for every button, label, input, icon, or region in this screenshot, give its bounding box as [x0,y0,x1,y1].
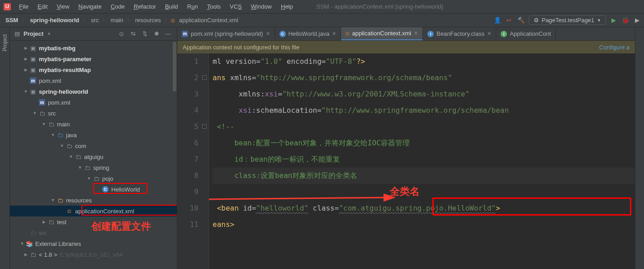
module-folder-icon: ▣ [29,88,37,95]
navigation-toolbar: SSM〉 spring-helloworld〉 src〉 main〉 resou… [0,14,644,27]
folder-icon: 🗀 [47,219,55,226]
editor-tab[interactable]: IBeanFactory.class✕ [423,27,496,40]
chevron-right-icon: 〉 [127,17,132,24]
run-config-label: PageTest.testPage1 [542,17,594,24]
gear-icon: ⚙ [534,17,539,24]
hide-icon[interactable]: — [164,30,172,38]
folder-icon: 🗀 [47,121,55,128]
right-tool-stripe [635,27,644,269]
tree-item-package[interactable]: ▼🗀atguigu [10,151,177,162]
line-number: 1 [177,53,208,70]
editor-tab[interactable]: CHelloWorld.java✕ [275,27,341,40]
close-icon[interactable]: ✕ [414,30,418,36]
project-tool-button[interactable]: Project [1,32,9,54]
tree-item-folder[interactable]: ▶🗀test [10,216,177,227]
line-number: 5− [177,119,208,135]
menu-help[interactable]: Help [277,1,297,12]
tree-item-module[interactable]: ▼▣spring-helloworld [10,86,177,97]
user-icon[interactable]: 👤 [493,16,502,24]
menu-vcs[interactable]: VCS [226,1,246,12]
close-icon[interactable]: ✕ [332,31,336,37]
collapse-all-icon[interactable]: ⇅ [141,30,149,38]
chevron-down-icon[interactable]: ▼ [47,32,51,36]
editor-tab[interactable]: mpom.xml (spring-helloworld)✕ [177,27,275,40]
menu-code[interactable]: Code [107,1,128,12]
maven-file-icon: m [182,31,188,37]
breadcrumb-item[interactable]: applicationContext.xml [176,16,241,24]
tree-item-file[interactable]: mpom.xml [10,97,177,108]
tree-item-folder[interactable]: ▼🗀src [10,108,177,119]
tree-item-module[interactable]: ▶▣mybatis-parameter [10,53,177,64]
expand-all-icon[interactable]: ⇆ [129,30,137,38]
chevron-right-icon: 〉 [83,17,87,24]
menu-run[interactable]: Run [184,1,202,12]
tree-item-jdk[interactable]: ▶🗀< 1.8 >E:\jdk\jdk1.8.0_161_x64 [10,249,177,260]
chevron-down-icon: ▼ [597,18,601,23]
tree-item-module[interactable]: ▶▣mybatis-mbg [10,43,177,53]
project-tree[interactable]: ▶▣mybatis-mbg ▶▣mybatis-parameter ▶▣myba… [10,41,177,269]
breadcrumb-item[interactable]: spring-helloworld [27,16,82,24]
configure-link[interactable]: Configure a [599,44,630,51]
menu-window[interactable]: Window [247,1,275,12]
line-number: 8 [177,168,208,184]
settings-gear-icon[interactable]: ✱ [152,30,161,38]
tree-item-module[interactable]: ▶▣mybatis-resultMap [10,64,177,75]
tree-item-file[interactable]: mpom.xml [10,75,177,86]
menu-navigate[interactable]: Navigate [75,1,105,12]
close-icon[interactable]: ✕ [487,31,491,37]
tree-item-folder[interactable]: ▼🗀main [10,119,177,130]
code-body[interactable]: ml version="1.0" encoding="UTF-8"?> ans … [209,53,635,269]
menu-build[interactable]: Build [161,1,182,12]
run-icon[interactable]: ▶ [610,16,618,24]
tree-item-package[interactable]: ▼🗀com [10,140,177,151]
tree-item-file[interactable]: ⧈applicationContext.xml [10,206,177,216]
package-icon: 🗀 [92,175,100,182]
coverage-icon[interactable]: ▶ [633,16,641,24]
select-opened-file-icon[interactable]: ⊙ [117,30,125,38]
breadcrumb-item[interactable]: main [108,16,126,24]
tree-item-source-folder[interactable]: ▼🗀java [10,130,177,140]
editor-tab[interactable]: ⧈applicationContext.xml✕ [341,27,423,40]
fold-icon[interactable]: − [202,75,207,80]
main-menu-bar: IJ File Edit View Navigate Code Refactor… [0,0,644,14]
line-number: 7 [177,151,208,168]
module-folder-icon: ▣ [29,67,37,73]
editor-area: mpom.xml (spring-helloworld)✕ CHelloWorl… [177,27,635,269]
tree-item-external-libraries[interactable]: ▼📚External Libraries [10,238,177,249]
chevron-right-icon: 〉 [165,17,169,24]
chevron-right-icon: 〉 [22,17,26,24]
close-icon[interactable]: ✕ [266,31,270,37]
maven-file-icon: m [29,77,37,84]
debug-icon[interactable]: 🐞 [621,16,630,24]
tree-item-folder[interactable]: 🗀src [10,227,177,238]
breadcrumb-item[interactable]: resources [133,16,164,24]
breadcrumb-item[interactable]: src [88,16,101,24]
tree-item-package[interactable]: ▼🗀pojo [10,173,177,184]
menu-refactor[interactable]: Refactor [130,1,160,12]
tree-item-package[interactable]: ▼🗀spring [10,162,177,173]
tree-item-resources-folder[interactable]: ▼🗀resources [10,195,177,206]
breadcrumb-item[interactable]: SSM [3,16,21,24]
notification-banner: Application context not configured for t… [177,41,635,53]
window-title: SSM - applicationContext.xml [spring-hel… [317,3,443,10]
line-number: 10 [177,200,208,216]
maven-file-icon: m [38,99,46,106]
editor-tab[interactable]: IApplicationCont [496,27,556,40]
fold-icon[interactable]: − [202,124,207,129]
menu-file[interactable]: File [15,1,32,12]
menu-edit[interactable]: Edit [34,1,51,12]
package-icon: 🗀 [74,154,82,160]
code-editor[interactable]: 1 2− 3 4 5− 6 7 8 9 10 11 ml version="1.… [177,53,635,269]
back-icon[interactable]: ↩ [505,16,513,24]
xml-file-icon: ⧈ [171,17,175,24]
line-number: 6 [177,135,208,151]
menu-view[interactable]: View [53,1,73,12]
scrollbar-thumb[interactable] [173,42,176,91]
run-config-selector[interactable]: ⚙ PageTest.testPage1 ▼ [529,15,606,25]
tree-item-class[interactable]: CHelloWorld [10,184,177,195]
menu-tools[interactable]: Tools [204,1,224,12]
build-hammer-icon[interactable]: 🔨 [517,16,525,24]
interface-icon: I [427,31,434,37]
spring-config-icon: ⧈ [346,30,349,37]
breadcrumb: SSM〉 spring-helloworld〉 src〉 main〉 resou… [3,16,241,24]
